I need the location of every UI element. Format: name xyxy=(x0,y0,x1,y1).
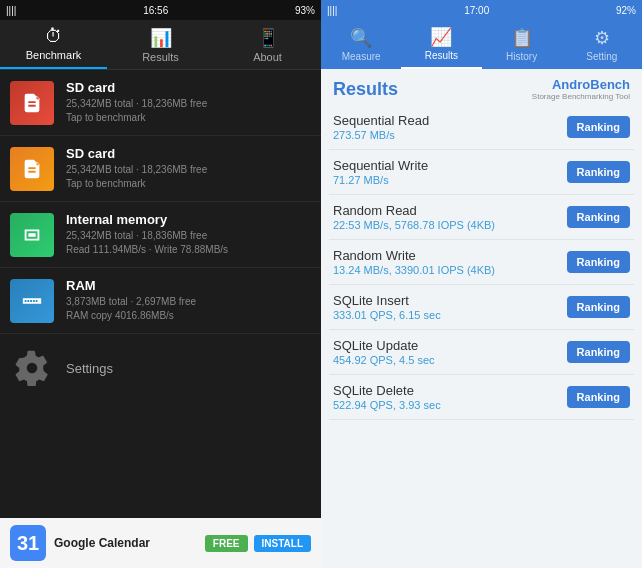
sdcard1-title: SD card xyxy=(66,80,311,95)
list-item-internalmem[interactable]: Internal memory 25,342MB total · 18,836M… xyxy=(0,202,321,268)
setting-icon: ⚙ xyxy=(594,27,610,49)
ram-text: RAM 3,873MB total · 2,697MB free RAM cop… xyxy=(66,278,311,323)
result-text-sqlite-update: SQLite Update 454.92 QPS, 4.5 sec xyxy=(333,338,567,366)
result-row-rand-write: Random Write 13.24 MB/s, 3390.01 IOPS (4… xyxy=(329,240,634,285)
result-name-seq-write: Sequential Write xyxy=(333,158,567,173)
ranking-btn-seq-write[interactable]: Ranking xyxy=(567,161,630,183)
status-bar-right: |||| 17:00 92% xyxy=(321,0,642,20)
battery-right: 92% xyxy=(616,5,636,16)
androbench-name: AndroBench xyxy=(532,77,630,92)
tab-results-left-label: Results xyxy=(142,51,179,63)
tab-results-left[interactable]: 📊 Results xyxy=(107,20,214,69)
sdcard2-sub1: 25,342MB total · 18,236MB free xyxy=(66,163,311,177)
result-value-rand-write: 13.24 MB/s, 3390.01 IOPS (4KB) xyxy=(333,264,567,276)
results-title: Results xyxy=(333,79,398,100)
ranking-btn-sqlite-insert[interactable]: Ranking xyxy=(567,296,630,318)
results-header: Results AndroBench Storage Benchmarking … xyxy=(321,69,642,105)
result-row-sqlite-insert: SQLite Insert 333.01 QPS, 6.15 sec Ranki… xyxy=(329,285,634,330)
tab-measure-label: Measure xyxy=(342,51,381,62)
time-right: 17:00 xyxy=(464,5,489,16)
result-row-rand-read: Random Read 22:53 MB/s, 5768.78 IOPS (4K… xyxy=(329,195,634,240)
brand-name-part2: Bench xyxy=(590,77,630,92)
list-item-ram[interactable]: RAM 3,873MB total · 2,697MB free RAM cop… xyxy=(0,268,321,334)
tab-benchmark[interactable]: ⏱ Benchmark xyxy=(0,20,107,69)
result-row-seq-read: Sequential Read 273.57 MB/s Ranking xyxy=(329,105,634,150)
ad-buttons: FREE INSTALL xyxy=(205,535,311,552)
time-left: 16:56 xyxy=(143,5,168,16)
sdcard2-icon xyxy=(10,147,54,191)
sdcard2-sub2: Tap to benchmark xyxy=(66,177,311,191)
sdcard2-text: SD card 25,342MB total · 18,236MB free T… xyxy=(66,146,311,191)
brand-name-part1: Andro xyxy=(552,77,590,92)
result-row-sqlite-update: SQLite Update 454.92 QPS, 4.5 sec Rankin… xyxy=(329,330,634,375)
result-text-rand-write: Random Write 13.24 MB/s, 3390.01 IOPS (4… xyxy=(333,248,567,276)
tab-setting[interactable]: ⚙ Setting xyxy=(562,20,642,69)
ad-text-block: Google Calendar xyxy=(54,536,197,550)
tab-about[interactable]: 📱 About xyxy=(214,20,321,69)
tab-results-right-label: Results xyxy=(425,50,458,61)
ram-title: RAM xyxy=(66,278,311,293)
result-value-sqlite-delete: 522.94 QPS, 3.93 sec xyxy=(333,399,567,411)
result-text-rand-read: Random Read 22:53 MB/s, 5768.78 IOPS (4K… xyxy=(333,203,567,231)
tab-history-label: History xyxy=(506,51,537,62)
benchmark-icon: ⏱ xyxy=(45,26,63,47)
result-value-sqlite-insert: 333.01 QPS, 6.15 sec xyxy=(333,309,567,321)
ad-title: Google Calendar xyxy=(54,536,197,550)
sdcard1-sub2: Tap to benchmark xyxy=(66,111,311,125)
ranking-btn-sqlite-update[interactable]: Ranking xyxy=(567,341,630,363)
tab-history[interactable]: 📋 History xyxy=(482,20,562,69)
sdcard1-sub1: 25,342MB total · 18,236MB free xyxy=(66,97,311,111)
sdcard1-icon xyxy=(10,81,54,125)
internalmem-sub2: Read 111.94MB/s · Write 78.88MB/s xyxy=(66,243,311,257)
settings-item[interactable]: Settings xyxy=(0,334,321,402)
sdcard2-title: SD card xyxy=(66,146,311,161)
internalmem-text: Internal memory 25,342MB total · 18,836M… xyxy=(66,212,311,257)
list-item-sdcard1[interactable]: SD card 25,342MB total · 18,236MB free T… xyxy=(0,70,321,136)
result-name-rand-write: Random Write xyxy=(333,248,567,263)
signal-right: |||| xyxy=(327,5,337,16)
internalmem-sub1: 25,342MB total · 18,836MB free xyxy=(66,229,311,243)
result-name-sqlite-delete: SQLite Delete xyxy=(333,383,567,398)
left-list: SD card 25,342MB total · 18,236MB free T… xyxy=(0,70,321,518)
battery-left: 93% xyxy=(295,5,315,16)
result-text-sqlite-insert: SQLite Insert 333.01 QPS, 6.15 sec xyxy=(333,293,567,321)
result-name-sqlite-insert: SQLite Insert xyxy=(333,293,567,308)
results-icon-left: 📊 xyxy=(150,27,172,49)
ranking-btn-seq-read[interactable]: Ranking xyxy=(567,116,630,138)
measure-icon: 🔍 xyxy=(350,27,372,49)
tab-bar-left: ⏱ Benchmark 📊 Results 📱 About xyxy=(0,20,321,70)
ranking-btn-rand-write[interactable]: Ranking xyxy=(567,251,630,273)
list-item-sdcard2[interactable]: SD card 25,342MB total · 18,236MB free T… xyxy=(0,136,321,202)
results-icon-right: 📈 xyxy=(430,26,452,48)
ad-icon: 31 xyxy=(10,525,46,561)
settings-label: Settings xyxy=(66,361,113,376)
status-bar-left: |||| 16:56 93% xyxy=(0,0,321,20)
result-name-seq-read: Sequential Read xyxy=(333,113,567,128)
left-panel: |||| 16:56 93% ⏱ Benchmark 📊 Results 📱 A… xyxy=(0,0,321,568)
result-value-rand-read: 22:53 MB/s, 5768.78 IOPS (4KB) xyxy=(333,219,567,231)
signal-left: |||| xyxy=(6,5,16,16)
ranking-btn-sqlite-delete[interactable]: Ranking xyxy=(567,386,630,408)
result-text-seq-write: Sequential Write 71.27 MB/s xyxy=(333,158,567,186)
result-row-sqlite-delete: SQLite Delete 522.94 QPS, 3.93 sec Ranki… xyxy=(329,375,634,420)
ad-install-button[interactable]: INSTALL xyxy=(254,535,311,552)
tab-about-label: About xyxy=(253,51,282,63)
result-name-sqlite-update: SQLite Update xyxy=(333,338,567,353)
settings-icon xyxy=(10,346,54,390)
result-name-rand-read: Random Read xyxy=(333,203,567,218)
tab-measure[interactable]: 🔍 Measure xyxy=(321,20,401,69)
result-value-seq-write: 71.27 MB/s xyxy=(333,174,567,186)
memory-icon xyxy=(10,213,54,257)
ranking-btn-rand-read[interactable]: Ranking xyxy=(567,206,630,228)
ram-icon xyxy=(10,279,54,323)
androbench-logo: AndroBench Storage Benchmarking Tool xyxy=(532,77,630,101)
result-value-seq-read: 273.57 MB/s xyxy=(333,129,567,141)
tab-results-right[interactable]: 📈 Results xyxy=(401,20,481,69)
about-icon: 📱 xyxy=(257,27,279,49)
sdcard1-text: SD card 25,342MB total · 18,236MB free T… xyxy=(66,80,311,125)
result-text-sqlite-delete: SQLite Delete 522.94 QPS, 3.93 sec xyxy=(333,383,567,411)
internalmem-title: Internal memory xyxy=(66,212,311,227)
right-panel: |||| 17:00 92% 🔍 Measure 📈 Results 📋 His… xyxy=(321,0,642,568)
ad-free-button[interactable]: FREE xyxy=(205,535,248,552)
result-value-sqlite-update: 454.92 QPS, 4.5 sec xyxy=(333,354,567,366)
